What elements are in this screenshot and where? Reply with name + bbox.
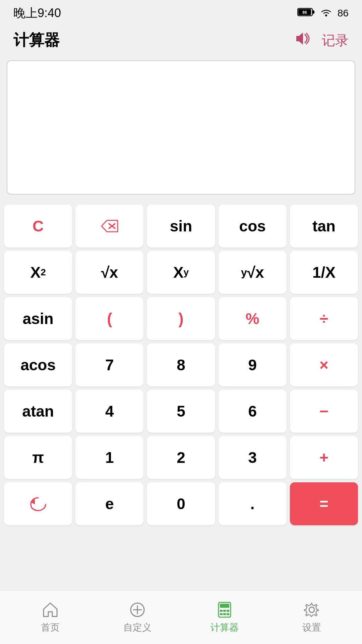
calculator-display — [7, 60, 355, 195]
status-bar: 晚上9:40 86 86 — [0, 0, 362, 23]
key-row-4: acos 7 8 9 × — [4, 343, 358, 386]
4-button[interactable]: 4 — [75, 390, 143, 433]
0-button[interactable]: 0 — [147, 482, 215, 525]
svg-rect-19 — [227, 613, 229, 615]
svg-rect-17 — [220, 613, 223, 615]
nav-calculator-label: 计算器 — [210, 621, 239, 634]
pi-button[interactable]: π — [4, 436, 72, 479]
battery-icon: 86 — [297, 7, 315, 19]
svg-text:86: 86 — [302, 10, 307, 15]
key-row-2: X2 √x Xy y√x 1/X — [4, 251, 358, 294]
9-button[interactable]: 9 — [219, 343, 287, 386]
5-button[interactable]: 5 — [147, 390, 215, 433]
custom-icon — [129, 601, 146, 619]
svg-rect-14 — [220, 610, 223, 612]
divide-button[interactable]: ÷ — [290, 297, 358, 340]
clear-button[interactable]: C — [4, 205, 72, 248]
svg-rect-16 — [227, 610, 229, 612]
key-row-3: asin ( ) % ÷ — [4, 297, 358, 340]
svg-point-4 — [325, 14, 327, 16]
svg-rect-13 — [220, 604, 229, 608]
6-button[interactable]: 6 — [219, 390, 287, 433]
svg-rect-1 — [313, 10, 314, 14]
nav-custom[interactable]: 自定义 — [94, 601, 181, 634]
plus-button[interactable]: + — [290, 436, 358, 479]
euler-button[interactable]: e — [75, 482, 143, 525]
svg-rect-15 — [223, 610, 226, 612]
wifi-icon — [319, 7, 333, 19]
header-actions: 记录 — [294, 31, 349, 50]
tan-button[interactable]: tan — [290, 205, 358, 248]
nav-home[interactable]: 首页 — [7, 601, 94, 634]
backspace-button[interactable] — [75, 205, 143, 248]
nav-calculator[interactable]: 计算器 — [181, 601, 268, 634]
8-button[interactable]: 8 — [147, 343, 215, 386]
2-button[interactable]: 2 — [147, 436, 215, 479]
asin-button[interactable]: asin — [4, 297, 72, 340]
display-value — [14, 68, 348, 187]
nav-custom-label: 自定义 — [123, 621, 152, 634]
equals-button[interactable]: = — [290, 482, 358, 525]
multiply-button[interactable]: × — [290, 343, 358, 386]
key-row-6: π 1 2 3 + — [4, 436, 358, 479]
record-button[interactable]: 记录 — [322, 31, 349, 50]
svg-point-20 — [309, 607, 314, 612]
rparen-button[interactable]: ) — [147, 297, 215, 340]
svg-rect-18 — [223, 613, 226, 615]
power-button[interactable]: Xy — [147, 251, 215, 294]
nav-settings[interactable]: 设置 — [268, 601, 355, 634]
sound-button[interactable] — [294, 31, 312, 49]
cos-button[interactable]: cos — [219, 205, 287, 248]
nav-home-label: 首页 — [41, 621, 60, 634]
status-time: 晚上9:40 — [13, 5, 61, 21]
square-button[interactable]: X2 — [4, 251, 72, 294]
yroot-button[interactable]: y√x — [219, 251, 287, 294]
bottom-nav: 首页 自定义 计算器 设置 — [0, 590, 362, 644]
atan-button[interactable]: atan — [4, 390, 72, 433]
minus-button[interactable]: − — [290, 390, 358, 433]
undo-button[interactable] — [4, 482, 72, 525]
nav-settings-label: 设置 — [302, 621, 321, 634]
7-button[interactable]: 7 — [75, 343, 143, 386]
key-row-1: C sin cos tan — [4, 205, 358, 248]
lparen-button[interactable]: ( — [75, 297, 143, 340]
percent-button[interactable]: % — [219, 297, 287, 340]
battery-percent: 86 — [338, 7, 349, 19]
keypad: C sin cos tan X2 √x Xy y√x 1/X asin ( — [0, 201, 362, 529]
app-title: 计算器 — [13, 30, 60, 51]
home-icon — [42, 601, 59, 619]
acos-button[interactable]: acos — [4, 343, 72, 386]
settings-icon — [303, 601, 320, 619]
3-button[interactable]: 3 — [219, 436, 287, 479]
key-row-7: e 0 . = — [4, 482, 358, 525]
1-button[interactable]: 1 — [75, 436, 143, 479]
sqrt-button[interactable]: √x — [75, 251, 143, 294]
dot-button[interactable]: . — [219, 482, 287, 525]
sin-button[interactable]: sin — [147, 205, 215, 248]
status-icons: 86 86 — [297, 7, 349, 19]
reciprocal-button[interactable]: 1/X — [290, 251, 358, 294]
svg-marker-5 — [296, 33, 303, 45]
key-row-5: atan 4 5 6 − — [4, 390, 358, 433]
app-header: 计算器 记录 — [0, 23, 362, 57]
calculator-icon — [216, 601, 233, 619]
